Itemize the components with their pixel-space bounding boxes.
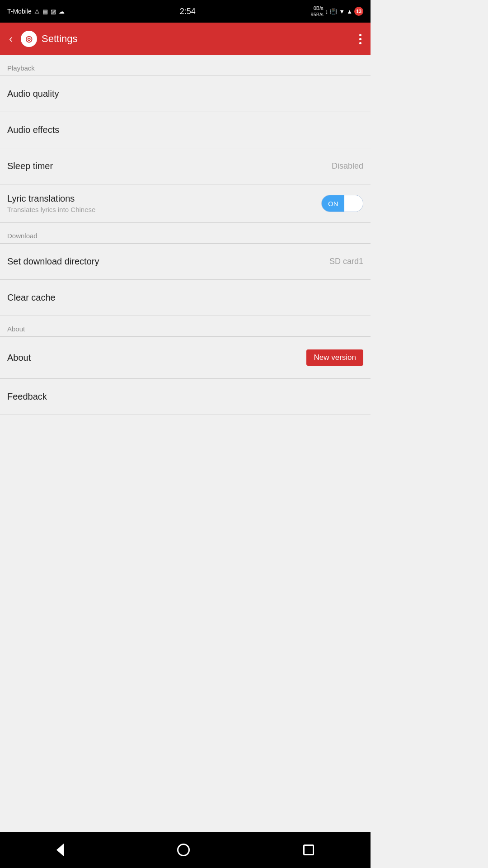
lyric-translations-subtitle: Translates lyrics into Chinese bbox=[7, 206, 95, 213]
settings-content: Playback Audio quality Audio effects Sle… bbox=[0, 55, 371, 832]
alert-icon: ⚠ bbox=[34, 8, 40, 15]
recents-nav-icon bbox=[303, 844, 314, 855]
lyric-translations-toggle[interactable]: ON bbox=[321, 195, 363, 212]
new-version-badge: New version bbox=[306, 349, 363, 366]
sleep-timer-label: Sleep timer bbox=[7, 161, 53, 171]
set-download-directory-value: SD card1 bbox=[329, 257, 363, 266]
playback-section: Playback Audio quality Audio effects Sle… bbox=[0, 55, 371, 223]
back-nav-button[interactable] bbox=[43, 839, 77, 861]
home-nav-button[interactable] bbox=[164, 839, 203, 861]
status-bar: T-Mobile ⚠ ▤ ▨ ☁ 2:54 0B/s 95B/s ↕ 📳 ▼ ▲… bbox=[0, 0, 371, 23]
dot-2 bbox=[359, 38, 361, 40]
divider-after-feedback bbox=[0, 415, 371, 415]
status-right: 0B/s 95B/s ↕ 📳 ▼ ▲ 13 bbox=[311, 5, 363, 18]
wifi-icon: ▼ bbox=[339, 8, 345, 15]
dot-3 bbox=[359, 42, 361, 44]
lyric-translations-text-group: Lyric translations Translates lyrics int… bbox=[7, 193, 95, 213]
audio-quality-label: Audio quality bbox=[7, 89, 59, 99]
playback-section-header: Playback bbox=[0, 55, 371, 75]
sleep-timer-value: Disabled bbox=[332, 161, 363, 171]
data-up: 0B/s bbox=[314, 5, 324, 11]
audio-effects-item[interactable]: Audio effects bbox=[0, 112, 371, 148]
logo-icon: ◎ bbox=[25, 34, 33, 44]
more-options-button[interactable] bbox=[356, 30, 365, 48]
toggle-on-label: ON bbox=[322, 195, 345, 212]
soundcloud-icon: ☁ bbox=[59, 8, 65, 15]
about-label: About bbox=[7, 353, 31, 363]
battery-level: 13 bbox=[354, 7, 363, 16]
message-icon: ▤ bbox=[42, 8, 48, 15]
lyric-translations-label: Lyric translations bbox=[7, 193, 95, 204]
download-section: Download Set download directory SD card1… bbox=[0, 223, 371, 316]
page-title: Settings bbox=[42, 33, 356, 45]
audio-quality-item[interactable]: Audio quality bbox=[0, 76, 371, 112]
signal-bars-icon: ▲ bbox=[347, 8, 352, 15]
set-download-directory-label: Set download directory bbox=[7, 256, 99, 267]
clear-cache-item[interactable]: Clear cache bbox=[0, 280, 371, 316]
status-left: T-Mobile ⚠ ▤ ▨ ☁ bbox=[7, 8, 65, 15]
clear-cache-label: Clear cache bbox=[7, 292, 56, 303]
nav-bar bbox=[0, 832, 371, 868]
feedback-item[interactable]: Feedback bbox=[0, 379, 371, 415]
app-bar: ‹ ◎ Settings bbox=[0, 23, 371, 55]
app-logo: ◎ bbox=[21, 31, 37, 47]
back-nav-icon bbox=[56, 844, 64, 856]
dot-1 bbox=[359, 34, 361, 36]
vibrate-icon: 📳 bbox=[330, 8, 337, 15]
set-download-directory-item[interactable]: Set download directory SD card1 bbox=[0, 244, 371, 279]
time-label: 2:54 bbox=[180, 7, 196, 16]
back-button[interactable]: ‹ bbox=[5, 29, 16, 49]
home-nav-icon bbox=[177, 844, 190, 856]
feedback-label: Feedback bbox=[7, 392, 47, 402]
signal-icon: ↕ bbox=[325, 8, 328, 15]
about-item[interactable]: About New version bbox=[0, 337, 371, 378]
recents-nav-button[interactable] bbox=[290, 840, 328, 860]
about-section: About About New version Feedback bbox=[0, 316, 371, 415]
toggle-off-area bbox=[344, 195, 363, 212]
carrier-label: T-Mobile bbox=[7, 8, 32, 15]
about-section-header: About bbox=[0, 316, 371, 336]
audio-effects-label: Audio effects bbox=[7, 125, 59, 135]
sleep-timer-item[interactable]: Sleep timer Disabled bbox=[0, 148, 371, 184]
data-down: 95B/s bbox=[311, 11, 324, 18]
download-section-header: Download bbox=[0, 223, 371, 243]
lyric-translations-item[interactable]: Lyric translations Translates lyrics int… bbox=[0, 184, 371, 222]
photo-icon: ▨ bbox=[51, 8, 56, 15]
